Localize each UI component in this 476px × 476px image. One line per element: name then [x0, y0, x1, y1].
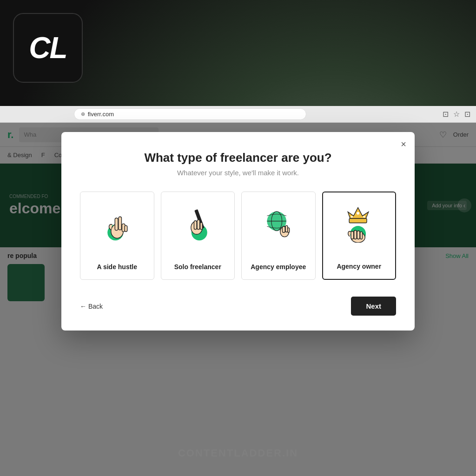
- agency-employee-illustration: [260, 201, 297, 243]
- svg-rect-10: [194, 220, 197, 229]
- cl-logo-text: CL: [29, 31, 66, 65]
- side-hustle-label: A side hustle: [97, 263, 137, 271]
- svg-point-23: [364, 216, 365, 218]
- svg-rect-28: [357, 231, 360, 239]
- url-text: fiverr.com: [88, 111, 114, 118]
- svg-rect-2: [115, 218, 118, 230]
- modal-close-button[interactable]: ×: [401, 139, 406, 149]
- next-button[interactable]: Next: [351, 297, 396, 316]
- modal-title: What type of freelancer are you?: [80, 151, 396, 165]
- modal-footer: ← Back Next: [80, 297, 396, 316]
- url-lock-icon: ⊕: [81, 111, 85, 117]
- agency-employee-label: Agency employee: [251, 263, 306, 271]
- browser-actions: ⊡ ☆ ⊡: [443, 110, 470, 119]
- options-grid: A side hustle: [80, 192, 396, 280]
- svg-rect-12: [200, 222, 203, 229]
- svg-rect-27: [354, 230, 357, 239]
- back-button[interactable]: ← Back: [80, 303, 103, 310]
- svg-rect-11: [197, 219, 200, 229]
- browser-url-bar[interactable]: ⊕ fiverr.com: [74, 108, 306, 120]
- option-agency-owner[interactable]: Agency owner: [322, 192, 397, 280]
- svg-rect-20: [349, 218, 367, 223]
- svg-point-21: [357, 212, 360, 214]
- svg-rect-3: [119, 217, 122, 230]
- browser-menu-icon[interactable]: ⊡: [464, 110, 470, 119]
- option-side-hustle[interactable]: A side hustle: [80, 192, 154, 280]
- svg-rect-19: [288, 227, 290, 232]
- agency-owner-illustration: [340, 202, 377, 244]
- modal-dialog: × What type of freelancer are you? Whate…: [61, 132, 415, 331]
- agency-owner-label: Agency owner: [337, 262, 381, 271]
- cl-logo: CL: [13, 13, 83, 83]
- side-hustle-illustration: [99, 201, 136, 243]
- browser-star-icon[interactable]: ☆: [453, 110, 460, 119]
- browser-cast-icon[interactable]: ⊡: [443, 110, 449, 119]
- svg-rect-29: [360, 231, 363, 239]
- option-agency-employee[interactable]: Agency employee: [241, 192, 316, 280]
- svg-rect-5: [125, 225, 127, 231]
- svg-rect-17: [282, 226, 285, 232]
- modal-subtitle: Whatever your style, we'll make it work.: [80, 169, 396, 177]
- option-solo-freelancer[interactable]: Solo freelancer: [161, 192, 235, 280]
- browser-chrome: ⊕ fiverr.com ⊡ ☆ ⊡: [0, 106, 476, 123]
- svg-rect-26: [351, 231, 354, 239]
- svg-point-22: [351, 216, 353, 218]
- modal-overlay: × What type of freelancer are you? Whate…: [0, 123, 476, 476]
- solo-freelancer-label: Solo freelancer: [174, 263, 221, 271]
- solo-freelancer-illustration: [179, 201, 216, 243]
